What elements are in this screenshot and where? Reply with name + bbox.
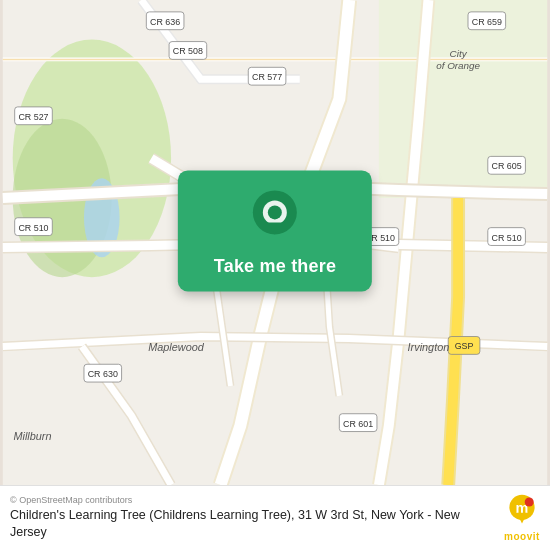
svg-point-45 (525, 498, 534, 507)
svg-text:CR 508: CR 508 (173, 46, 203, 56)
copyright-text: © OpenStreetMap contributors (10, 495, 496, 505)
app: CR 636 CR 508 CR 659 CR 527 CR 577 CR 51… (0, 0, 550, 550)
svg-text:CR 636: CR 636 (150, 17, 180, 27)
svg-text:CR 601: CR 601 (343, 419, 373, 429)
location-pin-icon (251, 188, 299, 248)
bottom-text-area: © OpenStreetMap contributors Children's … (10, 495, 496, 541)
svg-text:CR 527: CR 527 (18, 112, 48, 122)
svg-text:CR 510: CR 510 (492, 233, 522, 243)
moovit-label: moovit (504, 531, 540, 542)
svg-text:City: City (450, 48, 468, 59)
svg-point-40 (268, 205, 282, 219)
moovit-logo-area: m moovit (504, 493, 540, 542)
map-area[interactable]: CR 636 CR 508 CR 659 CR 527 CR 577 CR 51… (0, 0, 550, 485)
svg-text:Millburn: Millburn (13, 430, 51, 442)
svg-text:of Orange: of Orange (436, 60, 480, 71)
location-text: Children's Learning Tree (Childrens Lear… (10, 507, 496, 541)
svg-text:CR 577: CR 577 (252, 72, 282, 82)
svg-text:CR 659: CR 659 (472, 17, 502, 27)
bottom-bar: © OpenStreetMap contributors Children's … (0, 485, 550, 550)
svg-text:CR 630: CR 630 (88, 369, 118, 379)
svg-text:CR 605: CR 605 (492, 161, 522, 171)
take-me-there-overlay: Take me there (178, 170, 372, 291)
svg-text:Maplewood: Maplewood (148, 341, 205, 353)
take-me-there-label: Take me there (214, 256, 336, 277)
take-me-there-card[interactable]: Take me there (178, 170, 372, 291)
moovit-icon: m (504, 493, 540, 529)
svg-text:CR 510: CR 510 (18, 223, 48, 233)
svg-text:GSP: GSP (455, 341, 474, 351)
svg-text:Irvington: Irvington (408, 341, 450, 353)
